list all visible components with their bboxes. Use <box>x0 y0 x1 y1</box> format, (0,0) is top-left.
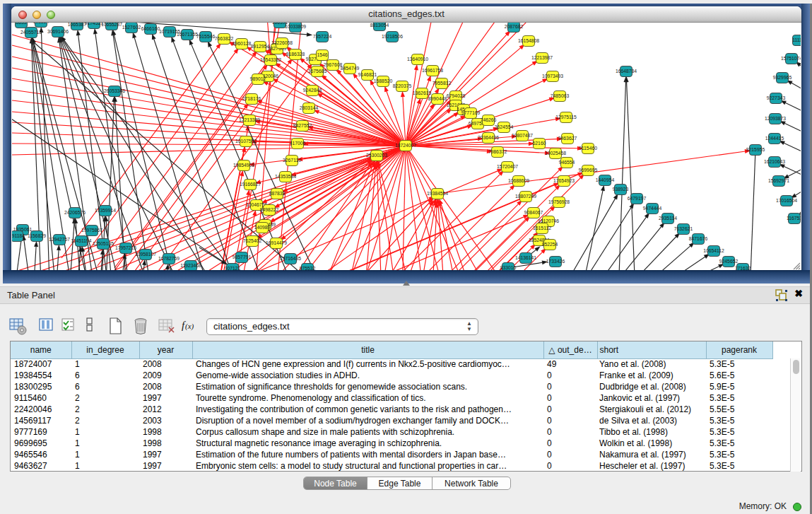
svg-text:12093873: 12093873 <box>765 116 786 121</box>
svg-text:771632: 771632 <box>735 266 751 270</box>
svg-text:9474444: 9474444 <box>643 206 662 211</box>
svg-text:7632621: 7632621 <box>674 226 693 231</box>
svg-text:1615112: 1615112 <box>533 226 551 230</box>
svg-text:9242848: 9242848 <box>303 88 322 93</box>
svg-text:13226058: 13226058 <box>271 40 293 45</box>
svg-text:391184: 391184 <box>12 233 25 238</box>
svg-text:15692971: 15692971 <box>768 178 789 183</box>
svg-text:16648784: 16648784 <box>616 69 637 74</box>
svg-text:24206576: 24206576 <box>64 210 86 215</box>
svg-text:10025458: 10025458 <box>545 151 566 156</box>
svg-text:1527602: 1527602 <box>122 25 141 30</box>
svg-text:2803144: 2803144 <box>300 105 319 110</box>
svg-text:8633: 8633 <box>16 23 26 25</box>
svg-text:7357224: 7357224 <box>313 34 332 39</box>
svg-text:907121: 907121 <box>225 266 241 270</box>
svg-text:24055713: 24055713 <box>20 30 42 35</box>
svg-text:8912954: 8912954 <box>251 44 270 49</box>
svg-text:9463627: 9463627 <box>558 136 577 141</box>
svg-text:19384554: 19384554 <box>427 191 448 196</box>
svg-text:16210643: 16210643 <box>764 159 785 164</box>
svg-text:140989: 140989 <box>254 225 271 230</box>
svg-text:18724007: 18724007 <box>395 143 416 148</box>
svg-text:8813054: 8813054 <box>370 23 389 28</box>
svg-text:15751074: 15751074 <box>781 56 801 61</box>
svg-text:9777169: 9777169 <box>461 110 481 115</box>
svg-text:11451194: 11451194 <box>71 238 91 243</box>
svg-text:12942757: 12942757 <box>49 237 70 242</box>
svg-text:19756928: 19756928 <box>548 199 570 204</box>
svg-text:17654923: 17654923 <box>553 178 575 183</box>
svg-text:417006: 417006 <box>290 141 306 146</box>
svg-text:852254: 852254 <box>542 242 558 247</box>
svg-text:1546: 1546 <box>317 52 327 57</box>
svg-text:13640910: 13640910 <box>407 57 428 62</box>
svg-text:938923: 938923 <box>613 187 629 192</box>
svg-text:9329965: 9329965 <box>773 75 792 80</box>
svg-text:16154808: 16154808 <box>518 38 539 43</box>
svg-text:103354: 103354 <box>33 23 49 24</box>
svg-text:9498222: 9498222 <box>260 207 279 212</box>
svg-text:8960128: 8960128 <box>233 41 252 46</box>
svg-text:7515546: 7515546 <box>196 34 216 39</box>
svg-text:8215955: 8215955 <box>746 147 765 152</box>
svg-text:7955812: 7955812 <box>433 81 452 86</box>
svg-text:7986372: 7986372 <box>488 149 507 154</box>
svg-text:833016: 833016 <box>500 265 517 270</box>
svg-text:9146821: 9146821 <box>358 72 377 77</box>
svg-text:17016504: 17016504 <box>776 198 797 203</box>
svg-text:8427552: 8427552 <box>293 123 312 128</box>
svg-text:2935114: 2935114 <box>659 216 677 221</box>
svg-text:9227343: 9227343 <box>767 95 786 100</box>
svg-text:10655287: 10655287 <box>101 23 122 27</box>
svg-text:10654112: 10654112 <box>703 248 724 253</box>
svg-text:10958107: 10958107 <box>135 252 156 257</box>
svg-text:8454749: 8454749 <box>341 66 360 71</box>
svg-text:19218506: 19218506 <box>382 34 403 39</box>
svg-text:989012: 989012 <box>250 76 266 81</box>
svg-text:16543382: 16543382 <box>260 57 281 62</box>
svg-text:3624554: 3624554 <box>495 124 514 129</box>
svg-text:746266: 746266 <box>481 117 497 122</box>
svg-text:14353584: 14353584 <box>275 174 296 179</box>
svg-text:10807487: 10807487 <box>512 133 533 138</box>
svg-text:3675685: 3675685 <box>308 69 327 74</box>
svg-text:12213987: 12213987 <box>531 55 553 60</box>
svg-text:9115460: 9115460 <box>579 146 597 151</box>
svg-text:2967608: 2967608 <box>324 62 343 67</box>
svg-text:25300203: 25300203 <box>366 153 387 158</box>
svg-text:7625402: 7625402 <box>243 238 262 243</box>
svg-text:8186328: 8186328 <box>286 52 305 57</box>
svg-text:2087682: 2087682 <box>505 24 524 29</box>
svg-text:20364436: 20364436 <box>478 135 499 140</box>
svg-text:16782759: 16782759 <box>158 256 180 261</box>
svg-text:1588520: 1588520 <box>374 78 393 83</box>
svg-text:11923468: 11923468 <box>180 263 201 268</box>
svg-text:1362615: 1362615 <box>413 90 432 95</box>
svg-text:11112: 11112 <box>792 37 801 42</box>
svg-text:18807249: 18807249 <box>515 194 536 199</box>
svg-text:7663822: 7663822 <box>215 36 234 41</box>
svg-text:6479197: 6479197 <box>628 196 647 201</box>
svg-text:8471676: 8471676 <box>689 236 708 241</box>
svg-text:17359914: 17359914 <box>95 208 116 213</box>
svg-text:6794028: 6794028 <box>447 93 466 98</box>
svg-text:19166827: 19166827 <box>240 182 261 187</box>
svg-text:10033809: 10033809 <box>285 24 306 29</box>
svg-text:2718176: 2718176 <box>242 96 261 101</box>
svg-text:9245652: 9245652 <box>719 259 739 264</box>
svg-text:16961758: 16961758 <box>422 68 443 73</box>
svg-text:6466160: 6466160 <box>141 26 160 31</box>
svg-text:19975867: 19975867 <box>81 228 102 233</box>
svg-text:9699695: 9699695 <box>579 168 598 173</box>
svg-text:30691406: 30691406 <box>47 29 69 34</box>
svg-text:19854908: 19854908 <box>233 163 254 168</box>
svg-text:16671355: 16671355 <box>177 32 198 37</box>
svg-text:(x): (x) <box>185 322 194 331</box>
svg-text:1440954: 1440954 <box>596 177 615 182</box>
svg-text:946554: 946554 <box>559 160 575 165</box>
svg-text:875532: 875532 <box>300 266 316 270</box>
svg-text:14136141: 14136141 <box>515 255 536 260</box>
svg-text:17957215: 17957215 <box>115 245 136 250</box>
svg-text:1156829: 1156829 <box>28 233 46 238</box>
